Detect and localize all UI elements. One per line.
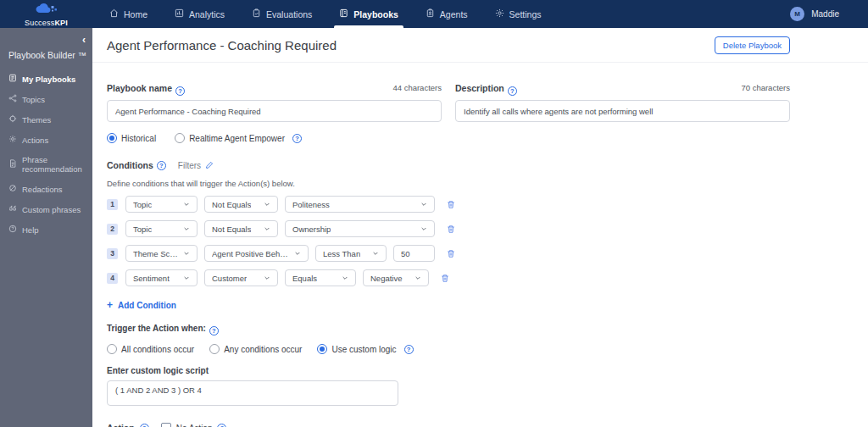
nav-item-evaluations[interactable]: Evaluations <box>238 0 326 28</box>
condition-4-operator-select[interactable]: Equals <box>285 269 356 286</box>
description-counter: 70 characters <box>741 83 790 92</box>
condition-3-operator-select[interactable]: Less Than <box>315 245 387 262</box>
sidebar-item-actions[interactable]: Actions <box>0 130 92 150</box>
radio-dot <box>209 344 220 354</box>
condition-1-operator-select[interactable]: Not Equals <box>204 196 278 213</box>
condition-row-4: 4 Sentiment Customer Equals Negative <box>107 269 790 286</box>
radio-any-conditions[interactable]: Any conditions occur <box>209 344 302 354</box>
chevron-down-icon <box>367 250 379 257</box>
condition-4-field-select[interactable]: Sentiment <box>125 269 198 286</box>
page-title: Agent Performance - Coaching Required <box>107 38 337 53</box>
chevron-down-icon <box>259 274 270 281</box>
description-input[interactable] <box>455 100 790 122</box>
radio-dot <box>175 133 185 143</box>
playbook-name-help-icon[interactable]: ? <box>175 86 185 96</box>
nav-item-settings[interactable]: Settings <box>481 0 555 28</box>
top-navbar: SuccessKPI Home Analytics Evaluations Pl… <box>0 0 868 28</box>
no-action-label: No Action <box>176 424 213 427</box>
sidebar-item-topics[interactable]: Topics <box>0 89 92 109</box>
user-avatar[interactable]: M <box>790 7 804 21</box>
gear-icon <box>495 8 504 19</box>
playbook-name-input[interactable] <box>107 100 442 122</box>
radio-dot <box>107 344 117 354</box>
redactions-icon <box>8 184 17 194</box>
condition-3-theme-select[interactable]: Agent Positive Behavior The... <box>204 245 309 262</box>
description-help-icon[interactable]: ? <box>508 86 517 96</box>
condition-1-field-select[interactable]: Topic <box>125 196 198 213</box>
condition-number-badge: 1 <box>107 199 118 210</box>
nav-label: Evaluations <box>266 9 312 19</box>
brand-name: SuccessKPI <box>25 19 68 27</box>
condition-3-field-select[interactable]: Theme Score <box>125 245 198 262</box>
cloud-logo-icon <box>34 3 59 18</box>
conditions-help-icon[interactable]: ? <box>157 161 166 170</box>
custom-logic-help-icon[interactable]: ? <box>404 345 414 354</box>
chevron-down-icon <box>178 250 190 257</box>
nav-label: Playbooks <box>353 9 398 19</box>
no-action-help-icon[interactable]: ? <box>217 424 226 427</box>
user-menu[interactable]: M Maddie <box>790 0 839 28</box>
sidebar-collapse-icon[interactable]: ‹ <box>82 35 86 45</box>
radio-all-conditions[interactable]: All conditions occur <box>107 344 194 354</box>
chevron-down-icon <box>409 274 421 281</box>
trigger-when-label: Trigger the Action when: <box>107 324 206 333</box>
delete-condition-2-trash-icon[interactable] <box>447 225 455 234</box>
chevron-down-icon <box>259 225 270 232</box>
condition-4-party-select[interactable]: Customer <box>204 269 278 286</box>
actions-gear-icon <box>8 135 17 145</box>
custom-logic-textarea[interactable]: ( 1 AND 2 AND 3 ) OR 4 <box>107 380 398 406</box>
condition-3-threshold-input[interactable] <box>393 245 435 262</box>
sidebar-item-themes[interactable]: Themes <box>0 109 92 130</box>
radio-use-custom-logic[interactable]: Use custom logic? <box>317 344 413 354</box>
nav-item-home[interactable]: Home <box>96 0 161 28</box>
chevron-down-icon <box>259 201 270 208</box>
chevron-down-icon <box>337 274 348 281</box>
delete-playbook-button[interactable]: Delete Playbook <box>715 36 790 54</box>
topics-branch-icon <box>8 94 17 104</box>
delete-condition-3-trash-icon[interactable] <box>447 249 455 258</box>
action-title: Action <box>107 423 135 427</box>
nav-label: Settings <box>509 9 542 19</box>
description-label: Description <box>455 83 504 93</box>
sidebar-item-custom-phrases[interactable]: Custom phrases <box>0 199 92 219</box>
chevron-down-icon <box>289 250 301 257</box>
home-icon <box>109 8 119 19</box>
themes-target-icon <box>8 114 17 125</box>
realtime-help-icon[interactable]: ? <box>292 134 302 143</box>
condition-row-2: 2 Topic Not Equals Ownership <box>107 220 790 237</box>
nav-item-playbooks[interactable]: Playbooks <box>326 0 412 28</box>
sidebar: ‹ Playbook Builder ™ My Playbooks Topics… <box>0 28 92 427</box>
chevron-down-icon <box>178 274 190 281</box>
radio-historical[interactable]: Historical <box>107 133 156 143</box>
condition-number-badge: 4 <box>107 273 118 284</box>
condition-2-operator-select[interactable]: Not Equals <box>204 220 278 237</box>
trigger-help-icon[interactable]: ? <box>209 326 219 336</box>
delete-condition-1-trash-icon[interactable] <box>447 200 455 209</box>
playbook-name-counter: 44 characters <box>392 83 442 92</box>
delete-condition-4-trash-icon[interactable] <box>441 274 449 283</box>
sidebar-item-redactions[interactable]: Redactions <box>0 179 92 199</box>
chevron-down-icon <box>178 201 190 208</box>
condition-number-badge: 2 <box>107 224 118 235</box>
action-help-icon[interactable]: ? <box>140 424 149 427</box>
brand-logo[interactable]: SuccessKPI <box>0 0 92 28</box>
add-condition-button[interactable]: + Add Condition <box>107 299 790 311</box>
sidebar-item-phrase-recommendation[interactable]: Phrase recommendation <box>0 150 92 179</box>
condition-2-field-select[interactable]: Topic <box>125 220 198 237</box>
custom-logic-label: Enter custom logic script <box>107 366 790 375</box>
filters-label: Filters <box>178 161 201 170</box>
help-icon <box>8 225 17 235</box>
condition-1-value-select[interactable]: Politeness <box>285 196 435 213</box>
radio-dot <box>317 344 327 354</box>
filters-edit-pencil-icon[interactable] <box>205 158 214 173</box>
condition-4-value-select[interactable]: Negative <box>363 269 429 286</box>
condition-2-value-select[interactable]: Ownership <box>285 220 435 237</box>
nav-item-agents[interactable]: Agents <box>412 0 481 28</box>
no-action-checkbox[interactable] <box>161 423 171 427</box>
sidebar-item-help[interactable]: Help <box>0 219 92 240</box>
radio-realtime-agent-empower[interactable]: Realtime Agent Empower? <box>175 133 302 143</box>
sidebar-item-my-playbooks[interactable]: My Playbooks <box>0 69 92 89</box>
agents-icon <box>426 8 435 19</box>
nav-item-analytics[interactable]: Analytics <box>161 0 238 28</box>
quotes-icon <box>8 204 17 214</box>
